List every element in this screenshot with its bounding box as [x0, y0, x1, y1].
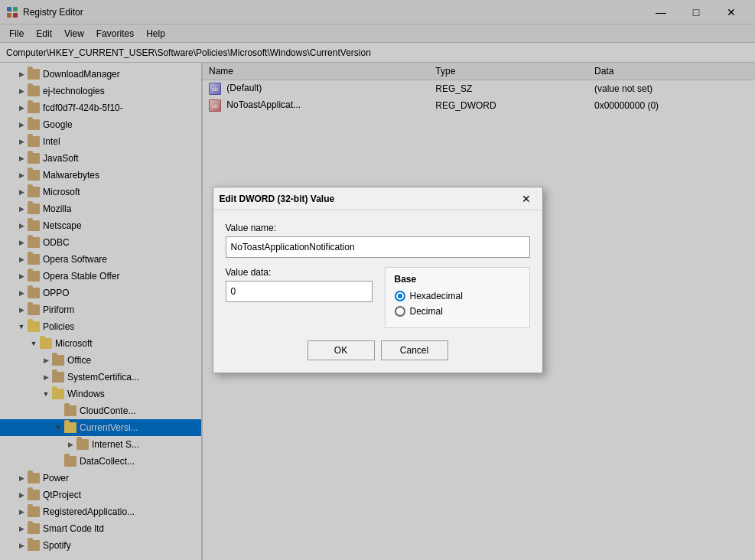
radio-hexadecimal[interactable]: Hexadecimal [395, 291, 520, 301]
modal-overlay: Edit DWORD (32-bit) Value ✕ Value name: … [0, 0, 755, 560]
value-data-label: Value data: [226, 267, 373, 278]
radio-hex-label: Hexadecimal [410, 291, 463, 301]
radio-dec-label: Decimal [410, 306, 443, 317]
value-name-input[interactable] [226, 236, 530, 258]
radio-dec-circle [395, 306, 405, 317]
dialog-body: Value name: Value data: Base Hexadecimal [213, 210, 542, 373]
value-data-input[interactable] [226, 281, 373, 302]
dialog-title: Edit DWORD (32-bit) Value [220, 194, 516, 204]
ok-button[interactable]: OK [308, 340, 375, 360]
radio-decimal[interactable]: Decimal [395, 306, 520, 317]
base-section: Base Hexadecimal Decimal [385, 267, 530, 328]
dialog-data-row: Value data: Base Hexadecimal Decimal [226, 267, 530, 328]
dialog-title-bar: Edit DWORD (32-bit) Value ✕ [213, 187, 542, 210]
value-data-section: Value data: [226, 267, 373, 328]
edit-dword-dialog: Edit DWORD (32-bit) Value ✕ Value name: … [213, 187, 543, 373]
dialog-close-button[interactable]: ✕ [516, 190, 536, 207]
value-name-label: Value name: [226, 223, 530, 233]
base-label: Base [395, 274, 520, 285]
value-name-section: Value name: [226, 223, 530, 267]
cancel-button[interactable]: Cancel [381, 340, 448, 360]
radio-hex-circle [395, 291, 405, 301]
dialog-buttons: OK Cancel [226, 340, 530, 360]
